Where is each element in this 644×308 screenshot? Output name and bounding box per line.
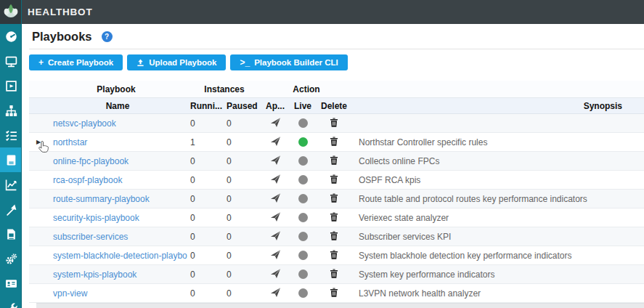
column-name[interactable]: Name	[48, 101, 187, 111]
sidebar-item-dashboard[interactable]	[0, 24, 22, 49]
synopsis-text: System key performance indicators	[351, 270, 644, 280]
delete-icon[interactable]	[329, 287, 339, 300]
apply-icon[interactable]	[270, 174, 281, 187]
apply-icon[interactable]	[270, 117, 281, 130]
table-row[interactable]: netsvc-playbook 0 0	[29, 114, 644, 133]
apply-icon[interactable]	[270, 268, 281, 281]
running-count: 0	[187, 194, 224, 204]
column-paused[interactable]: Paused	[224, 101, 261, 111]
sidebar-item-device-groups[interactable]	[0, 73, 22, 98]
playbook-name-link[interactable]: online-fpc-playbook	[53, 156, 129, 166]
delete-icon[interactable]	[329, 136, 339, 149]
delete-icon[interactable]	[329, 230, 339, 243]
sidebar-item-rules[interactable]	[0, 123, 22, 147]
paused-count: 0	[224, 232, 261, 242]
create-playbook-button[interactable]: +Create Playbook	[29, 54, 123, 70]
column-running[interactable]: Runni...	[187, 101, 224, 111]
healthbot-logo[interactable]	[0, 0, 22, 24]
playbook-name-link[interactable]: security-kpis-playbook	[53, 213, 139, 223]
sidebar-item-playbooks[interactable]	[0, 147, 22, 172]
playbook-name-link[interactable]: subscriber-services	[53, 232, 128, 242]
paused-count: 0	[224, 213, 261, 223]
delete-icon[interactable]	[329, 268, 339, 281]
delete-icon[interactable]	[329, 249, 339, 262]
sidebar-item-reports[interactable]	[0, 222, 22, 246]
running-count: 0	[187, 213, 224, 223]
delete-icon[interactable]	[329, 192, 339, 206]
toolbar: +Create PlaybookUpload Playbook>_Playboo…	[22, 49, 644, 71]
help-icon[interactable]: ?	[102, 31, 113, 42]
book-icon	[5, 154, 17, 166]
table-row[interactable]: security-kpis-playbook 0 0 Veriexec stat…	[29, 208, 644, 227]
paused-count: 0	[224, 137, 261, 147]
table-row[interactable]: ▶ northstar 1 0 Northstar Controller spe…	[29, 133, 644, 152]
page-header: Playbooks ?	[22, 24, 644, 49]
synopsis-text: L3VPN network health analyzer	[351, 288, 644, 299]
table-row[interactable]: system-kpis-playbook 0 0 System key perf…	[29, 265, 644, 284]
sidebar-nav	[0, 24, 21, 308]
playbook-builder-cli-button[interactable]: >_Playbook Builder CLI	[230, 54, 347, 70]
running-count: 0	[187, 156, 224, 166]
paused-count: 0	[224, 194, 261, 204]
delete-icon[interactable]	[329, 155, 339, 168]
chart-icon	[5, 179, 17, 191]
delete-icon[interactable]	[329, 174, 339, 187]
synopsis-text: System blackhole detection key performan…	[351, 251, 644, 261]
top-bar: HEALTHBOT	[22, 0, 644, 24]
group-header-playbook: Playbook	[29, 84, 187, 94]
table-row[interactable]: route-summary-playbook 0 0 Route table a…	[29, 190, 644, 208]
apply-icon[interactable]	[270, 136, 281, 149]
playbook-name-link[interactable]: netsvc-playbook	[53, 118, 116, 129]
table-row[interactable]: rca-ospf-playbook 0 0 OSPF RCA kpis	[29, 171, 644, 190]
playbook-name-link[interactable]: rca-ospf-playbook	[53, 175, 122, 185]
column-apply[interactable]: Ap...	[261, 101, 289, 111]
column-delete[interactable]: Delete	[317, 101, 351, 111]
delete-icon[interactable]	[329, 117, 339, 130]
table-row[interactable]: system-blackhole-detection-playbook 0 0 …	[29, 246, 644, 265]
playbook-name-link[interactable]: system-blackhole-detection-playbook	[53, 251, 187, 261]
sidebar-item-alarms[interactable]	[0, 197, 22, 222]
app-window: HEALTHBOT Playbooks ? +Create PlaybookUp…	[0, 0, 644, 308]
page-title: Playbooks	[32, 30, 92, 44]
apply-icon[interactable]	[270, 211, 281, 224]
sidebar-item-debug[interactable]	[0, 296, 22, 308]
delete-icon[interactable]	[329, 211, 339, 224]
expand-arrow-icon[interactable]: ▶	[29, 139, 48, 145]
button-label: Create Playbook	[48, 58, 113, 67]
running-count: 0	[187, 232, 224, 242]
healthbot-logo-icon	[3, 3, 19, 22]
sidebar-item-charts[interactable]	[0, 172, 22, 197]
table-row[interactable]: subscriber-services 0 0 Subscriber servi…	[29, 227, 644, 246]
column-synopsis[interactable]: Synopsis	[351, 101, 644, 111]
sidebar-item-administration[interactable]	[0, 271, 22, 296]
synopsis-text: Collects online FPCs	[351, 156, 644, 166]
synopsis-text: Subscriber services KPI	[351, 232, 644, 242]
live-status-dot	[298, 288, 308, 298]
apply-icon[interactable]	[270, 249, 281, 262]
playbook-name-link[interactable]: northstar	[53, 137, 87, 147]
live-status-dot	[298, 137, 308, 147]
playbook-name-link[interactable]: route-summary-playbook	[53, 194, 150, 204]
playbook-name-link[interactable]: vpn-view	[53, 288, 87, 299]
monitor-icon	[5, 55, 17, 68]
apply-icon[interactable]	[270, 155, 281, 168]
playbook-name-link[interactable]: system-kpis-playbook	[53, 270, 136, 280]
apply-icon[interactable]	[270, 230, 281, 243]
paused-count: 0	[224, 175, 261, 185]
table-row[interactable]: vpn-view 0 0 L3VPN network health analyz…	[29, 284, 644, 303]
sidebar-item-settings[interactable]	[0, 246, 22, 271]
paused-count: 0	[224, 288, 261, 299]
sidebar	[0, 0, 22, 308]
sidebar-item-devices[interactable]	[0, 49, 22, 73]
upload-playbook-button[interactable]: Upload Playbook	[127, 54, 226, 70]
sidebar-item-network[interactable]	[0, 98, 22, 123]
table-row[interactable]: online-fpc-playbook 0 0 Collects online …	[29, 152, 644, 171]
app-title: HEALTHBOT	[28, 7, 92, 17]
apply-icon[interactable]	[270, 287, 281, 300]
checklist-icon	[5, 129, 17, 142]
id-card-icon	[5, 277, 17, 290]
column-live[interactable]: Live	[289, 101, 317, 111]
running-count: 0	[187, 251, 224, 261]
apply-icon[interactable]	[270, 192, 281, 206]
report-icon	[5, 228, 17, 240]
